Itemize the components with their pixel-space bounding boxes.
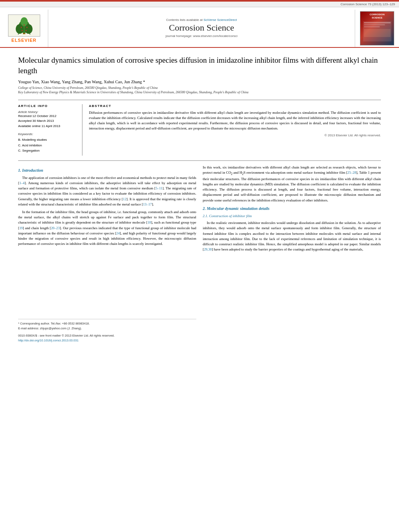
main-content: Molecular dynamics simulation of corrosi… [0, 48, 399, 351]
footnote-area: * Corresponding author. Tel./fax: +86 05… [18, 319, 196, 343]
keyword-1: B. Modelling studies [18, 137, 78, 143]
ref-19[interactable]: 19 [19, 226, 23, 230]
ref-18[interactable]: 18 [148, 220, 151, 224]
corresponding-note: * Corresponding author. Tel./fax: +86 05… [18, 321, 196, 326]
article-info-abstract-section: ARTICLE INFO Article history: Received 1… [18, 100, 381, 156]
ref-12[interactable]: 12 [123, 197, 126, 201]
abstract-text: Diffusion performances of corrosive spec… [89, 110, 381, 131]
body-right-column: In this work, six imidazoline derivative… [203, 165, 381, 343]
section1-para2: In the formation of the inhibitor film, … [18, 210, 196, 246]
article-title: Molecular dynamics simulation of corrosi… [18, 55, 381, 76]
ref-13-17[interactable]: 13–17 [143, 202, 152, 206]
keywords-label: Keywords: [18, 132, 78, 136]
ref-5-11[interactable]: 5–11 [156, 186, 162, 190]
elsevier-label: ELSEVIER [11, 38, 36, 43]
affiliation-2: Key Laboratory of New Energy Physics & M… [18, 90, 381, 94]
history-label: Article history: [18, 110, 78, 114]
elsevier-logo-section: ELSEVIER [0, 10, 48, 47]
email-note: E-mail address: zhjupc@yahoo.com (J. Zha… [18, 326, 196, 331]
section1-para1: The application of corrosion inhibitors … [18, 175, 196, 207]
body-left-column: 1. Introduction The application of corro… [18, 165, 196, 343]
ref-24[interactable]: 24 [116, 231, 120, 235]
footer-section: * Corresponding author. Tel./fax: +86 05… [18, 319, 196, 331]
doi-line: http://dx.doi.org/10.1016/j.corsci.2013.… [18, 338, 196, 343]
svg-point-7 [23, 25, 25, 26]
svg-point-9 [25, 30, 27, 31]
journal-title: Corrosion Science [169, 23, 234, 33]
svg-point-6 [26, 27, 27, 28]
authors: Youguo Yan, Xiao Wang, Yang Zhang, Pan W… [18, 80, 381, 84]
section2-heading: 2. Molecular dynamic simulation details [203, 205, 381, 212]
authors-text: Youguo Yan, Xiao Wang, Yang Zhang, Pan W… [18, 80, 142, 84]
elsevier-tree-image [8, 14, 40, 37]
journal-homepage: journal homepage: www.elsevier.com/locat… [166, 34, 238, 38]
abstract-label: ABSTRACT [89, 104, 381, 108]
ref-29-30[interactable]: 29,30 [204, 247, 212, 251]
article-info-label: ARTICLE INFO [18, 104, 78, 108]
cover-title: CORROSIONSCIENCE [370, 13, 385, 20]
journal-header: ELSEVIER Contents lists available at Sci… [0, 7, 399, 48]
citation-bar: Corrosion Science 73 (2013) 123–129 [0, 2, 399, 7]
corresponding-asterisk: * [142, 80, 145, 84]
journal-cover-image: CORROSIONSCIENCE [360, 11, 394, 45]
abstract-column: ABSTRACT Diffusion performances of corro… [89, 104, 381, 156]
subsection2-1-heading: 2.1. Construction of inhibitor film [203, 214, 381, 219]
section1-right-para1: In this work, six imidazoline derivative… [203, 165, 381, 203]
copyright-line: © 2013 Elsevier Ltd. All rights reserved… [89, 134, 381, 137]
affiliation-1: College of Science, China University of … [18, 86, 381, 90]
keywords-section: Keywords: B. Modelling studies C. Acid i… [18, 132, 78, 154]
received-date: Received 12 October 2012 Accepted 30 Mar… [18, 114, 78, 129]
journal-sciverse: Contents lists available at SciVerse Sci… [166, 18, 237, 22]
svg-point-8 [21, 30, 23, 31]
article-history: Article history: Received 12 October 201… [18, 110, 78, 129]
body-divider [18, 160, 381, 161]
ref-25-28[interactable]: 25–28 [348, 170, 356, 175]
affiliations: College of Science, China University of … [18, 86, 381, 94]
keyword-3: C. Segregation [18, 148, 78, 154]
article-info-column: ARTICLE INFO Article history: Received 1… [18, 104, 82, 156]
svg-point-5 [21, 27, 22, 28]
citation-text: Corrosion Science 73 (2013) 123–129 [341, 2, 395, 6]
ref-1-4[interactable]: 1–4 [19, 181, 25, 185]
journal-cover-section: CORROSIONSCIENCE [355, 10, 399, 47]
doi-link[interactable]: http://dx.doi.org/10.1016/j.corsci.2013.… [18, 339, 78, 342]
body-columns: 1. Introduction The application of corro… [18, 165, 381, 343]
ref-20-23[interactable]: 20–23 [51, 226, 60, 230]
journal-center: Contents lists available at SciVerse Sci… [48, 10, 355, 47]
sciverse-link[interactable]: SciVerse ScienceDirect [204, 18, 237, 22]
section1-heading: 1. Introduction [18, 167, 196, 173]
stretch-word: stretch [80, 215, 89, 219]
keywords-list: B. Modelling studies C. Acid inhibition … [18, 137, 78, 154]
keyword-2: C. Acid inhibition [18, 143, 78, 148]
license-note: 0010-9380X/$ - see front matter © 2013 E… [18, 333, 196, 338]
section2-1-para1: In the realistic environment, inhibitor … [203, 220, 381, 252]
